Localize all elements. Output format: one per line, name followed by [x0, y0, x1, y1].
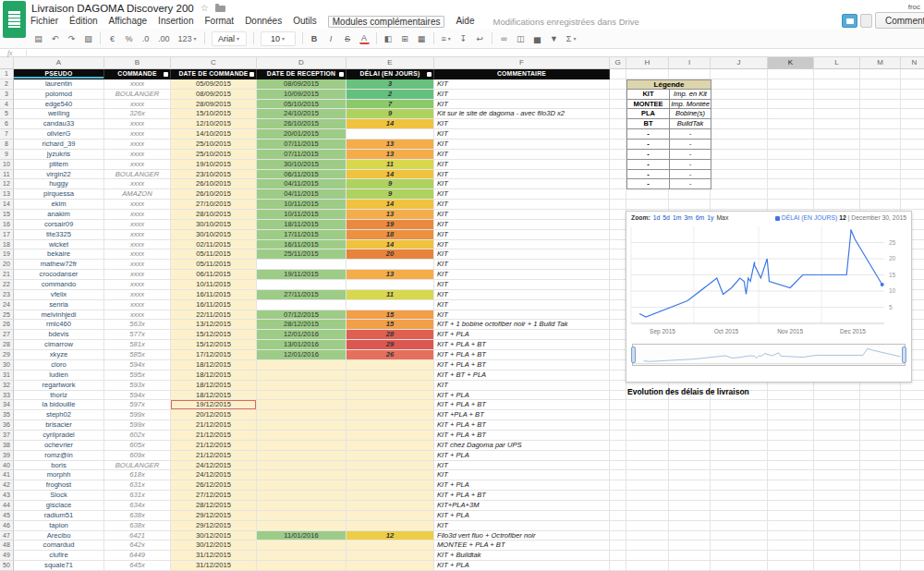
cell[interactable]: [610, 100, 626, 110]
cell[interactable]: [901, 561, 924, 571]
cell[interactable]: gisclace: [14, 501, 104, 511]
cell[interactable]: 597x: [104, 400, 171, 410]
cell[interactable]: 631x: [104, 480, 171, 491]
cell[interactable]: [669, 501, 711, 511]
cell[interactable]: [860, 480, 901, 491]
cell[interactable]: [257, 381, 346, 391]
cell[interactable]: [669, 470, 711, 480]
cell[interactable]: [860, 129, 901, 140]
sheets-logo-icon[interactable]: [3, 1, 26, 38]
cell[interactable]: [610, 300, 626, 310]
cell[interactable]: 638x: [104, 521, 171, 531]
cell[interactable]: 15/10/2015: [171, 109, 257, 119]
cell[interactable]: [610, 179, 626, 189]
cell[interactable]: [711, 541, 768, 551]
cell[interactable]: 27/10/2015: [171, 200, 257, 210]
cell[interactable]: 21/12/2015: [171, 431, 257, 441]
cell[interactable]: [860, 420, 901, 431]
column-header-A[interactable]: A: [14, 57, 104, 69]
cell[interactable]: [814, 521, 860, 531]
cell[interactable]: [768, 90, 814, 100]
cell[interactable]: 26/10/2015: [171, 179, 257, 189]
row-header[interactable]: 19: [0, 249, 14, 260]
cell[interactable]: xxxx: [104, 210, 171, 220]
empty-cell[interactable]: [711, 69, 768, 79]
cell[interactable]: wicket: [14, 240, 104, 250]
cell[interactable]: 594x: [104, 360, 171, 371]
cell[interactable]: [860, 501, 901, 511]
cell[interactable]: [901, 511, 924, 521]
cell[interactable]: 29: [346, 340, 434, 350]
cell[interactable]: 23/10/2015: [171, 170, 257, 180]
cell[interactable]: [346, 451, 434, 461]
cell[interactable]: 577x: [104, 330, 171, 340]
cell[interactable]: [346, 420, 434, 431]
cell[interactable]: [901, 200, 924, 210]
cell[interactable]: [610, 189, 626, 200]
cell[interactable]: 9: [346, 189, 434, 200]
cell[interactable]: [768, 561, 814, 571]
cell[interactable]: BOULANGER: [104, 90, 171, 100]
redo-icon[interactable]: ↷: [67, 31, 77, 46]
row-header[interactable]: 35: [0, 410, 14, 420]
cell[interactable]: 28/10/2015: [171, 210, 257, 220]
cell[interactable]: 20/12/2015: [171, 410, 257, 420]
cell[interactable]: [814, 470, 860, 480]
cell[interactable]: KIT: [434, 90, 610, 100]
cell[interactable]: [626, 431, 669, 441]
cell[interactable]: [346, 551, 434, 561]
cell[interactable]: 642x: [104, 541, 171, 551]
cell[interactable]: [610, 541, 626, 551]
cell[interactable]: [814, 90, 860, 100]
cell[interactable]: [610, 90, 626, 100]
cell[interactable]: 08/09/2015: [257, 79, 346, 90]
column-header-D[interactable]: D: [257, 57, 346, 69]
empty-cell[interactable]: [669, 69, 711, 79]
cell[interactable]: [901, 100, 924, 110]
cell[interactable]: [768, 431, 814, 441]
cell[interactable]: [768, 491, 814, 501]
menu-fichier[interactable]: Fichier: [30, 16, 58, 28]
column-header-I[interactable]: I: [669, 57, 711, 69]
header-cell[interactable]: DÉLAI (EN JOURS): [346, 69, 434, 79]
cell[interactable]: KIT: [434, 461, 610, 471]
cell[interactable]: [814, 109, 860, 119]
cell[interactable]: [814, 420, 860, 431]
cell[interactable]: edge540: [14, 100, 104, 110]
cell[interactable]: thorlz: [14, 391, 104, 401]
cell[interactable]: 25/10/2015: [171, 140, 257, 150]
cell[interactable]: 21/12/2015: [171, 441, 257, 451]
row-header[interactable]: 11: [0, 170, 14, 180]
cell[interactable]: [610, 431, 626, 441]
cell[interactable]: [257, 521, 346, 531]
cell[interactable]: [768, 129, 814, 140]
cell[interactable]: [814, 461, 860, 471]
cell[interactable]: [610, 511, 626, 521]
cell[interactable]: [860, 109, 901, 119]
cell[interactable]: [346, 461, 434, 471]
merge-cells-button[interactable]: ▦: [417, 31, 427, 46]
cell[interactable]: BOULANGER: [104, 461, 171, 471]
cell[interactable]: 13/12/2015: [171, 320, 257, 330]
column-header-M[interactable]: M: [860, 57, 901, 69]
cell[interactable]: brisacier: [14, 420, 104, 431]
cell[interactable]: la bidouille: [14, 400, 104, 410]
row-header[interactable]: 47: [0, 531, 14, 541]
cell[interactable]: rmlc460: [14, 320, 104, 330]
cell[interactable]: xxxx: [104, 200, 171, 210]
cell[interactable]: [814, 511, 860, 521]
cell[interactable]: [768, 410, 814, 420]
cell[interactable]: [346, 371, 434, 381]
cell[interactable]: 29/12/2015: [171, 521, 257, 531]
cell[interactable]: [860, 410, 901, 420]
zoom-link-3m[interactable]: 3m: [684, 214, 692, 221]
cell[interactable]: 593x: [104, 381, 171, 391]
cell[interactable]: [901, 551, 924, 561]
cell[interactable]: KIT: [434, 249, 610, 260]
cell[interactable]: 20/01/2015: [257, 129, 346, 140]
cell[interactable]: [626, 189, 669, 200]
cell[interactable]: comardud: [14, 541, 104, 551]
cell[interactable]: pirquessa: [14, 189, 104, 200]
cell[interactable]: [711, 119, 768, 129]
cell[interactable]: [610, 461, 626, 471]
